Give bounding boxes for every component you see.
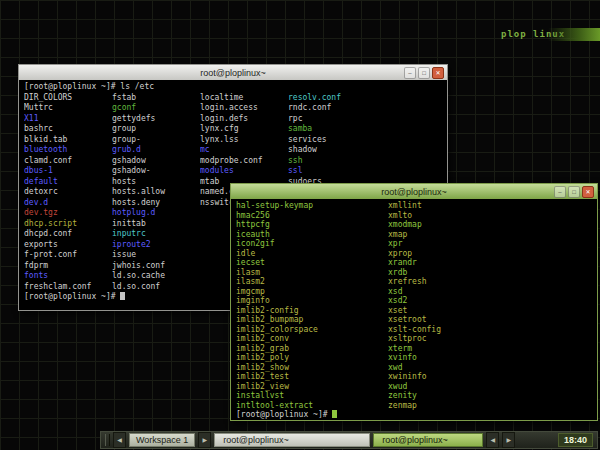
bin-entry: imlib2-config xyxy=(236,306,388,316)
bin-entry: xwininfo xyxy=(388,372,441,382)
titlebar-bin[interactable]: root@ploplinux~ – □ ✕ xyxy=(231,184,597,200)
file-entry: group xyxy=(112,124,200,135)
file-entry: login.defs xyxy=(200,114,288,125)
bin-entry: imginfo xyxy=(236,296,388,306)
task-button-terminal-etc[interactable]: root@ploplinux~ xyxy=(214,433,370,447)
bin-entry: imlib2_show xyxy=(236,363,388,373)
bin-entry: xset xyxy=(388,306,441,316)
bin-entry: imgcmp xyxy=(236,287,388,297)
file-entry: localtime xyxy=(200,93,288,104)
minimize-icon[interactable]: – xyxy=(404,67,416,79)
file-entry: inputrc xyxy=(112,229,200,240)
task-button-terminal-bin[interactable]: root@ploplinux~ xyxy=(373,433,483,447)
file-entry: ssl xyxy=(288,166,341,177)
bin-entry: xrdb xyxy=(388,268,441,278)
close-icon[interactable]: ✕ xyxy=(582,186,594,198)
file-entry: blkid.tab xyxy=(24,135,112,146)
file-entry: clamd.conf xyxy=(24,156,112,167)
bin-entry: xsltproc xyxy=(388,334,441,344)
logo-gradient xyxy=(548,28,600,41)
file-entry: dev.d xyxy=(24,198,112,209)
file-entry: hosts xyxy=(112,177,200,188)
file-entry: ld.so.conf xyxy=(112,282,200,293)
workspace-switcher[interactable]: Workspace 1 xyxy=(129,433,195,447)
bin-entry: imlib2_bumpmap xyxy=(236,315,388,325)
file-entry: issue xyxy=(112,250,200,261)
file-entry: login.access xyxy=(200,103,288,114)
listing-column-1: hal-setup-keymaphmac256httpcfgiceauthico… xyxy=(236,201,388,410)
window-controls: – □ ✕ xyxy=(554,186,597,198)
file-entry: group- xyxy=(112,135,200,146)
file-entry: bashrc xyxy=(24,124,112,135)
prompt-text: [root@ploplinux ~]# xyxy=(24,292,120,301)
file-entry: gshadow xyxy=(112,156,200,167)
file-entry: hosts.allow xyxy=(112,187,200,198)
bin-entry: imlib2_view xyxy=(236,382,388,392)
file-entry: rpc xyxy=(288,114,341,125)
workspace-next-button[interactable]: ▶ xyxy=(198,432,211,448)
file-entry: resolv.conf xyxy=(288,93,341,104)
file-entry: fonts xyxy=(24,271,112,282)
bin-entry: xmap xyxy=(388,230,441,240)
arrow-left-icon: ◀ xyxy=(491,437,496,443)
window-title: root@ploplinux~ xyxy=(231,187,597,197)
maximize-icon[interactable]: □ xyxy=(418,67,430,79)
listing-column-1: DIR_COLORSMuttrcX11bashrcblkid.tabblueto… xyxy=(24,93,112,293)
bin-entry: xrandr xyxy=(388,258,441,268)
bin-entry: ilasm xyxy=(236,268,388,278)
bin-entry: iceauth xyxy=(236,230,388,240)
arrow-right-icon: ▶ xyxy=(203,437,208,443)
clock: 18:40 xyxy=(558,433,593,447)
bin-entry: hal-setup-keymap xyxy=(236,201,388,211)
taskbar: ◀ Workspace 1 ▶ root@ploplinux~ root@plo… xyxy=(100,431,598,449)
panel-grip[interactable] xyxy=(105,434,110,446)
file-entry: hosts.deny xyxy=(112,198,200,209)
file-entry: ld.so.cache xyxy=(112,271,200,282)
terminal-output-bin[interactable]: hal-setup-keymaphmac256httpcfgiceauthico… xyxy=(231,199,597,420)
file-entry: default xyxy=(24,177,112,188)
arrow-right-icon: ▶ xyxy=(507,437,512,443)
file-entry: hotplug.d xyxy=(112,208,200,219)
file-entry: lynx.lss xyxy=(200,135,288,146)
file-entry: bluetooth xyxy=(24,145,112,156)
file-entry: dbus-1 xyxy=(24,166,112,177)
bin-entry: xmodmap xyxy=(388,220,441,230)
bin-entry: zenity xyxy=(388,391,441,401)
window-title: root@ploplinux~ xyxy=(19,68,447,78)
close-icon[interactable]: ✕ xyxy=(432,67,444,79)
bin-entry: iecset xyxy=(236,258,388,268)
workspace-prev-button[interactable]: ◀ xyxy=(113,432,126,448)
maximize-icon[interactable]: □ xyxy=(568,186,580,198)
bin-entry: xsd xyxy=(388,287,441,297)
bin-entry: intltool-extract xyxy=(236,401,388,411)
file-entry: exports xyxy=(24,240,112,251)
arrow-left-icon: ◀ xyxy=(117,437,122,443)
file-entry: dev.tgz xyxy=(24,208,112,219)
bin-entry: imlib2_conv xyxy=(236,334,388,344)
command-line: [root@ploplinux ~]# ls /etc xyxy=(24,82,447,93)
file-entry: fdprm xyxy=(24,261,112,272)
bin-entry: xmllint xyxy=(388,201,441,211)
tasklist-next-button[interactable]: ▶ xyxy=(502,432,515,448)
bin-entry: idle xyxy=(236,249,388,259)
bin-entry: xvinfo xyxy=(388,353,441,363)
file-entry: freshclam.conf xyxy=(24,282,112,293)
bin-entry: xterm xyxy=(388,344,441,354)
bin-entry: xwud xyxy=(388,382,441,392)
bin-entry: installvst xyxy=(236,391,388,401)
titlebar-etc[interactable]: root@ploplinux~ – □ ✕ xyxy=(19,65,447,81)
bin-entry: xwd xyxy=(388,363,441,373)
tasklist-prev-button[interactable]: ◀ xyxy=(486,432,499,448)
bin-entry: xpr xyxy=(388,239,441,249)
file-entry: services xyxy=(288,135,341,146)
minimize-icon[interactable]: – xyxy=(554,186,566,198)
prompt-text: [root@ploplinux ~]# xyxy=(236,410,332,419)
bin-entry: xsd2 xyxy=(388,296,441,306)
file-entry: ssh xyxy=(288,156,341,167)
file-entry: dhcpd.conf xyxy=(24,229,112,240)
listing-column-2: fstabgconfgettydefsgroupgroup-grub.dgsha… xyxy=(112,93,200,293)
file-entry: gconf xyxy=(112,103,200,114)
window-controls: – □ ✕ xyxy=(404,67,447,79)
file-entry: mc xyxy=(200,145,288,156)
bin-listing: hal-setup-keymaphmac256httpcfgiceauthico… xyxy=(236,201,597,410)
